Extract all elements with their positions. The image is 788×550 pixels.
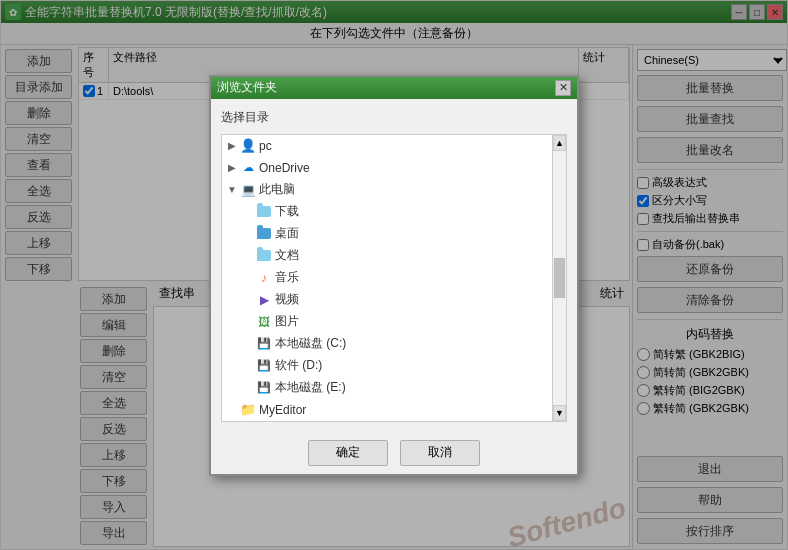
tree-folder-icon: ♪ xyxy=(256,270,272,286)
dialog-title-bar: 浏览文件夹 ✕ xyxy=(211,77,577,99)
tree-node[interactable]: ▶☁OneDrive xyxy=(222,157,566,179)
tree-node-label: 图片 xyxy=(275,313,299,330)
tree-node[interactable]: ▶视频 xyxy=(222,289,566,311)
tree-node-label: pc xyxy=(259,139,272,153)
scroll-up[interactable]: ▲ xyxy=(553,135,566,151)
tree-folder-icon xyxy=(256,204,272,220)
tree-node[interactable]: 💾软件 (D:) xyxy=(222,355,566,377)
tree-node-label: 本地磁盘 (C:) xyxy=(275,335,346,352)
tree-folder-icon: 💾 xyxy=(256,380,272,396)
tree-node[interactable]: 桌面 xyxy=(222,223,566,245)
tree-folder-icon: 💾 xyxy=(256,336,272,352)
tree-area: ▶👤pc▶☁OneDrive▼💻此电脑下载桌面文档♪音乐▶视频🖼图片💾本地磁盘 … xyxy=(221,134,567,422)
tree-expand-icon[interactable] xyxy=(224,402,240,418)
tree-node-label: 本地磁盘 (E:) xyxy=(275,379,346,396)
tree-folder-icon: ☁ xyxy=(240,160,256,176)
tree-node[interactable]: 💾本地磁盘 (C:) xyxy=(222,333,566,355)
dialog-subtitle: 选择目录 xyxy=(221,109,567,126)
scroll-thumb[interactable] xyxy=(554,258,565,298)
dialog-footer: 确定 取消 xyxy=(211,432,577,474)
tree-node-label: 软件 (D:) xyxy=(275,357,322,374)
tree-folder-icon: 🖼 xyxy=(256,314,272,330)
tree-folder-icon: 👤 xyxy=(240,138,256,154)
tree-node[interactable]: 文档 xyxy=(222,245,566,267)
tree-node[interactable]: 💾本地磁盘 (E:) xyxy=(222,377,566,399)
tree-node[interactable]: 下载 xyxy=(222,201,566,223)
tree-expand-icon[interactable] xyxy=(240,292,256,308)
tree-expand-icon[interactable] xyxy=(240,358,256,374)
tree-node[interactable]: ▶👤pc xyxy=(222,135,566,157)
tree-node[interactable]: ▼💻此电脑 xyxy=(222,179,566,201)
tree-folder-icon: 📁 xyxy=(240,402,256,418)
confirm-button[interactable]: 确定 xyxy=(308,440,388,466)
tree-folder-icon: 💾 xyxy=(256,358,272,374)
tree-node[interactable]: ♪音乐 xyxy=(222,267,566,289)
tree-folder-icon xyxy=(256,226,272,242)
cancel-button[interactable]: 取消 xyxy=(400,440,480,466)
tree-folder-icon xyxy=(256,248,272,264)
tree-node-label: 视频 xyxy=(275,291,299,308)
dialog-close-button[interactable]: ✕ xyxy=(555,80,571,96)
tree-node-label: 文档 xyxy=(275,247,299,264)
tree-folder-icon: 💻 xyxy=(240,182,256,198)
tree-node-label: 桌面 xyxy=(275,225,299,242)
browse-folder-dialog: 浏览文件夹 ✕ 选择目录 ▶👤pc▶☁OneDrive▼💻此电脑下载桌面文档♪音… xyxy=(209,75,579,476)
tree-node[interactable]: 🖼图片 xyxy=(222,311,566,333)
scrollbar[interactable]: ▲ ▼ xyxy=(552,135,566,421)
tree-node-label: MyEditor xyxy=(259,403,306,417)
dialog-title: 浏览文件夹 xyxy=(217,79,277,96)
tree-expand-icon[interactable] xyxy=(240,270,256,286)
tree-expand-icon[interactable]: ▶ xyxy=(224,160,240,176)
tree-expand-icon[interactable] xyxy=(240,248,256,264)
tree-node-label: 此电脑 xyxy=(259,181,295,198)
tree-expand-icon[interactable]: ▶ xyxy=(224,138,240,154)
dialog-body: 选择目录 ▶👤pc▶☁OneDrive▼💻此电脑下载桌面文档♪音乐▶视频🖼图片💾… xyxy=(211,99,577,432)
tree-expand-icon[interactable] xyxy=(240,314,256,330)
tree-expand-icon[interactable] xyxy=(240,380,256,396)
tree-node-label: OneDrive xyxy=(259,161,310,175)
scroll-down[interactable]: ▼ xyxy=(553,405,566,421)
dialog-overlay: 浏览文件夹 ✕ 选择目录 ▶👤pc▶☁OneDrive▼💻此电脑下载桌面文档♪音… xyxy=(1,1,787,549)
tree-expand-icon[interactable] xyxy=(240,226,256,242)
main-window: ✿ 全能字符串批量替换机7.0 无限制版(替换/查找/抓取/改名) ─ □ ✕ … xyxy=(0,0,788,550)
tree-node-label: 音乐 xyxy=(275,269,299,286)
tree-expand-icon[interactable] xyxy=(240,336,256,352)
tree-expand-icon[interactable] xyxy=(240,204,256,220)
tree-node-label: 下载 xyxy=(275,203,299,220)
tree-folder-icon: ▶ xyxy=(256,292,272,308)
tree-expand-icon[interactable]: ▼ xyxy=(224,182,240,198)
tree-node[interactable]: 📁MyEditor xyxy=(222,399,566,421)
